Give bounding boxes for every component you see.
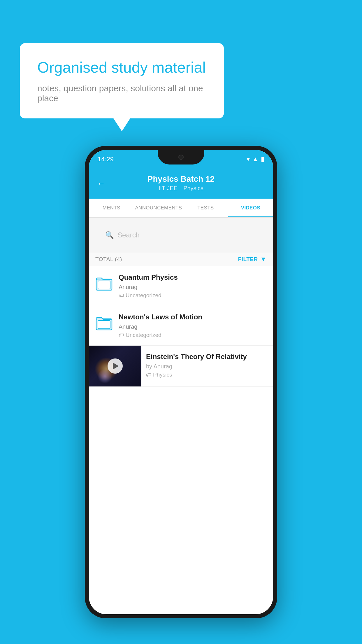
header-physics: Physics (183, 185, 203, 192)
phone-frame: 14:29 ▾ ▲ ▮ ← Physics Batch 12 IIT J (85, 146, 277, 618)
phone-container: 14:29 ▾ ▲ ▮ ← Physics Batch 12 IIT J (85, 146, 277, 618)
speech-bubble: Organised study material notes, question… (20, 43, 224, 118)
svg-rect-1 (98, 281, 110, 289)
app-header: ← Physics Batch 12 IIT JEE Physics (89, 169, 273, 199)
tag-icon-3: 🏷 (146, 372, 151, 378)
folder-icon-1 (95, 274, 113, 293)
wifi-icon: ▾ (247, 155, 250, 163)
status-icons: ▾ ▲ ▮ (247, 155, 264, 163)
header-subtitle: IIT JEE Physics (98, 185, 264, 192)
tag-label-3: Physics (153, 372, 172, 378)
tab-announcements[interactable]: ANNOUNCEMENTS (134, 199, 183, 217)
phone-screen: 14:29 ▾ ▲ ▮ ← Physics Batch 12 IIT J (89, 150, 273, 614)
back-button[interactable]: ← (97, 179, 105, 188)
tab-tests[interactable]: TESTS (183, 199, 228, 217)
video-author-1: Anurag (119, 284, 267, 290)
search-icon: 🔍 (105, 231, 114, 239)
svg-rect-3 (98, 321, 110, 329)
signal-icon: ▲ (252, 155, 259, 163)
video-info-2: Newton's Laws of Motion Anurag 🏷 Uncateg… (119, 313, 267, 338)
bubble-subtitle: notes, question papers, solutions all at… (37, 83, 206, 103)
tag-label-1: Uncategorized (126, 292, 161, 299)
tabs-bar: MENTS ANNOUNCEMENTS TESTS VIDEOS (89, 199, 273, 218)
video-tag-1: 🏷 Uncategorized (119, 292, 267, 299)
tab-videos[interactable]: VIDEOS (228, 199, 273, 217)
play-icon (113, 363, 119, 370)
filter-button[interactable]: FILTER ▼ (238, 256, 267, 263)
tag-icon-1: 🏷 (119, 293, 124, 299)
camera-dot (178, 155, 184, 160)
video-info-1: Quantum Physics Anurag 🏷 Uncategorized (119, 273, 267, 299)
folder-icon-2 (95, 314, 113, 333)
list-header: TOTAL (4) FILTER ▼ (89, 253, 273, 266)
play-button[interactable] (108, 358, 123, 374)
video-title-3: Einstein's Theory Of Relativity (146, 353, 268, 361)
list-item[interactable]: Quantum Physics Anurag 🏷 Uncategorized (89, 266, 273, 306)
video-thumbnail-3 (89, 346, 141, 386)
video-tag-2: 🏷 Uncategorized (119, 332, 267, 338)
video-list: Quantum Physics Anurag 🏷 Uncategorized (89, 266, 273, 387)
total-label: TOTAL (4) (95, 256, 122, 262)
video-info-3: Einstein's Theory Of Relativity by Anura… (141, 346, 273, 385)
battery-icon: ▮ (261, 155, 264, 163)
filter-icon: ▼ (260, 256, 267, 263)
header-iitjee: IIT JEE (159, 185, 178, 192)
tab-ments[interactable]: MENTS (89, 199, 134, 217)
video-by-3: by Anurag (146, 363, 268, 370)
video-tag-3: 🏷 Physics (146, 372, 268, 378)
app-background: Organised study material notes, question… (0, 0, 362, 644)
status-bar: 14:29 ▾ ▲ ▮ (89, 150, 273, 169)
list-item[interactable]: Einstein's Theory Of Relativity by Anura… (89, 346, 273, 387)
search-bar[interactable]: 🔍 Search (99, 227, 263, 243)
bubble-title: Organised study material (37, 58, 206, 76)
video-title-1: Quantum Physics (119, 273, 267, 281)
speech-bubble-container: Organised study material notes, question… (20, 43, 224, 118)
tag-label-2: Uncategorized (126, 332, 161, 338)
search-input[interactable]: Search (117, 231, 140, 239)
header-title: Physics Batch 12 (98, 174, 264, 184)
status-time: 14:29 (98, 155, 114, 163)
video-author-2: Anurag (119, 323, 267, 330)
notch (158, 150, 204, 164)
list-item[interactable]: Newton's Laws of Motion Anurag 🏷 Uncateg… (89, 306, 273, 346)
video-title-2: Newton's Laws of Motion (119, 313, 267, 321)
filter-label: FILTER (238, 256, 258, 262)
tag-icon-2: 🏷 (119, 332, 124, 338)
